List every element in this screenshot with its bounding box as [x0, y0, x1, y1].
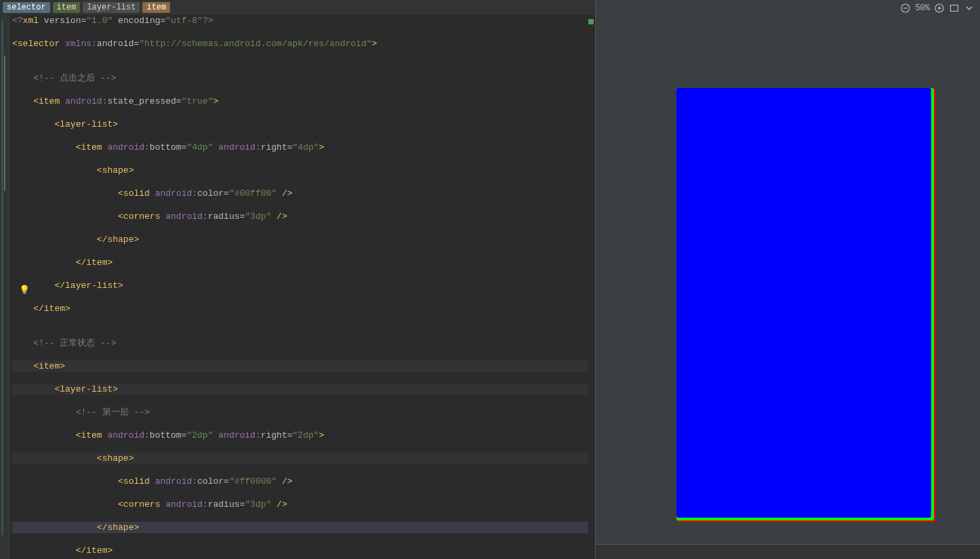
zoom-fit-icon[interactable] — [949, 3, 960, 14]
gutter-stripe — [4, 56, 5, 191]
gutter-stripe — [1, 20, 3, 535]
preview-toolbar: 50% — [900, 3, 975, 14]
breadcrumb-item[interactable]: item — [142, 2, 170, 13]
svg-rect-5 — [951, 5, 958, 12]
preview-layer — [676, 88, 934, 520]
zoom-in-icon[interactable] — [934, 3, 945, 14]
chevron-down-icon[interactable] — [964, 3, 975, 14]
zoom-level-label: 50% — [915, 3, 930, 13]
drawable-preview — [676, 88, 935, 522]
preview-layer — [676, 88, 931, 518]
preview-statusbar — [596, 544, 980, 559]
breadcrumb-item[interactable]: layer-list — [83, 2, 140, 13]
breadcrumb-item[interactable]: selector — [3, 2, 50, 13]
preview-panel: 50% — [595, 0, 980, 559]
code-editor[interactable]: <?xml version="1.0" encoding="utf-8"?> <… — [12, 15, 588, 559]
breadcrumb: selector item layer-list item — [0, 0, 595, 15]
editor-gutter: 💡 — [0, 15, 9, 559]
editor-panel: selector item layer-list item 💡 <?xml ve… — [0, 0, 595, 559]
breadcrumb-item[interactable]: item — [53, 2, 81, 13]
error-stripe-ok-icon — [588, 19, 594, 24]
zoom-out-icon[interactable] — [900, 3, 911, 14]
